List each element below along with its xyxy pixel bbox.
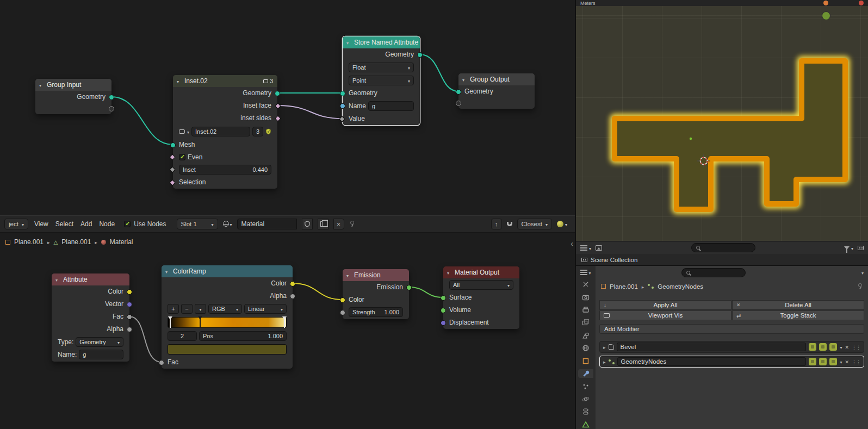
snap-toggle-magnet-icon[interactable] [507,222,512,226]
collapse-chevron-icon[interactable] [346,39,349,46]
nodegroup-name-field[interactable]: Inset.02 [191,127,250,136]
menu-add[interactable]: Add [79,220,93,228]
node-colorramp[interactable]: ColorRamp Color Alpha RGB Linear [162,265,293,369]
vector-output-socket[interactable] [127,302,132,307]
modifier-realtime-toggle[interactable] [819,343,827,351]
menu-select[interactable]: Select [54,220,75,228]
modifier-extras-dropdown[interactable] [840,358,842,365]
emissive-plane-object[interactable] [615,61,845,209]
geometry-output-socket[interactable] [109,95,114,100]
node-store-header[interactable]: Store Named Attribute [343,36,420,48]
name-input-socket[interactable] [340,103,345,109]
node-group-output-header[interactable]: Group Output [458,73,535,85]
new-collection-icon[interactable] [858,246,864,250]
shader-type-dropdown[interactable]: ject [4,219,28,229]
color-mode-dropdown[interactable]: RGB [208,304,242,314]
browse-nodegroup-chevron[interactable] [187,128,189,135]
collapse-chevron-icon[interactable] [462,76,464,83]
modifier-realtime-toggle[interactable] [819,358,827,365]
menu-view[interactable]: View [33,220,49,228]
properties-search-input[interactable] [681,268,746,277]
node-attribute-header[interactable]: Attribute [52,273,129,285]
domain-dropdown[interactable]: Point [349,76,414,85]
add-modifier-dropdown[interactable]: Add Modifier [599,324,864,334]
even-checkbox[interactable] [179,154,185,160]
fac-input-socket[interactable] [159,360,164,365]
shader-node-editor[interactable]: Plane.001 Plane.001 Material Attribute C… [0,233,575,429]
node-emission-header[interactable]: Emission [343,269,409,281]
stop-position-slider[interactable]: Pos 1.000 [199,331,287,341]
editor-type-dropdown[interactable] [580,269,591,276]
drag-handle-icon[interactable] [852,358,860,365]
color-input-socket[interactable] [340,297,345,303]
pin-icon[interactable] [857,283,863,290]
node-material-output[interactable]: Material Output All Surface Volume Displ… [443,266,519,329]
geometry-output-socket[interactable] [275,91,280,96]
tab-object-data[interactable] [578,420,593,429]
color-output-socket[interactable] [127,289,132,295]
fake-user-toggle[interactable] [302,219,313,229]
surface-input-socket[interactable] [441,295,446,301]
collapse-chevron-icon[interactable] [55,276,58,283]
copy-material-button[interactable] [318,219,328,229]
filter-dropdown[interactable] [844,244,853,252]
modifier-editmode-toggle[interactable] [809,343,816,351]
color-ramp-gradient[interactable] [168,317,287,328]
geometry-input-socket[interactable] [340,91,345,96]
tab-physics[interactable] [578,395,593,403]
attribute-name-field[interactable]: g [368,101,414,111]
alpha-output-socket[interactable] [127,327,132,332]
delete-all-button[interactable]: Delete All [732,300,864,310]
breadcrumb-modifier[interactable]: GeometryNodes [658,283,703,290]
ramp-handle-1[interactable] [197,317,203,328]
ramp-handle-0[interactable] [168,317,173,328]
node-inset-02[interactable]: Inset.02 3 Geometry Inset face inset sid… [173,75,277,189]
collapse-chevron-icon[interactable] [177,77,179,85]
geometry-output-socket[interactable] [417,52,423,58]
close-icon[interactable] [859,1,864,5]
material-name-field[interactable]: Material [237,219,297,229]
tab-output[interactable] [578,306,593,314]
chevron-down-icon[interactable] [565,220,567,228]
active-stop-color-swatch[interactable] [168,344,287,355]
active-stop-index-field[interactable]: 2 [168,331,197,341]
mesh-input-socket[interactable] [170,142,176,148]
material-slot-dropdown[interactable]: Slot 1 [177,219,218,229]
node-group-input[interactable]: Group Input Geometry [35,79,111,114]
virtual-output-socket[interactable] [109,106,114,111]
node-material-output-header[interactable]: Material Output [443,266,519,278]
tab-object[interactable] [578,357,593,365]
tab-scene[interactable] [578,331,593,340]
modifier-editmode-toggle[interactable] [809,358,816,365]
inset-value-slider[interactable]: Inset 0.440 [179,165,271,175]
remove-stop-button[interactable] [181,304,193,314]
browse-material-icon[interactable] [223,221,229,227]
outliner-search-input[interactable] [691,243,755,252]
modifier-name-field[interactable]: Bevel [617,343,807,351]
node-inset-header[interactable]: Inset.02 3 [173,75,277,87]
node-store-named-attribute[interactable]: Store Named Attribute Geometry Float Poi… [343,36,420,125]
tab-modifiers[interactable] [578,369,593,378]
path-material-name[interactable]: Material [110,238,133,246]
attribute-type-dropdown[interactable]: Geometry [76,337,123,347]
modifier-row-geometrynodes[interactable]: GeometryNodes [599,356,864,368]
region-collapse-arrow[interactable] [571,239,573,248]
node-group-output[interactable]: Group Output Geometry [458,73,535,109]
interpolation-dropdown[interactable]: Linear [244,304,287,314]
nodetree-icon[interactable] [179,129,185,134]
tab-world[interactable] [578,344,593,352]
node-emission[interactable]: Emission Emission Color Strength 1.000 [343,269,409,319]
ramp-options-dropdown[interactable] [195,304,206,314]
output-target-dropdown[interactable]: All [449,280,513,290]
path-mesh-name[interactable]: Plane.001 [61,238,91,246]
fake-user-shield-icon[interactable] [265,128,271,135]
collapse-chevron-icon[interactable] [447,269,449,276]
toggle-stack-button[interactable]: Toggle Stack [732,310,864,320]
add-stop-button[interactable] [168,304,179,314]
editor-type-dropdown[interactable] [580,244,591,252]
virtual-input-socket[interactable] [456,101,461,106]
display-mode-icon[interactable] [596,245,602,251]
outliner-scene-collection-row[interactable]: Scene Collection [576,254,868,265]
strength-input-socket[interactable] [340,310,345,315]
apply-all-button[interactable]: Apply All [599,300,731,310]
